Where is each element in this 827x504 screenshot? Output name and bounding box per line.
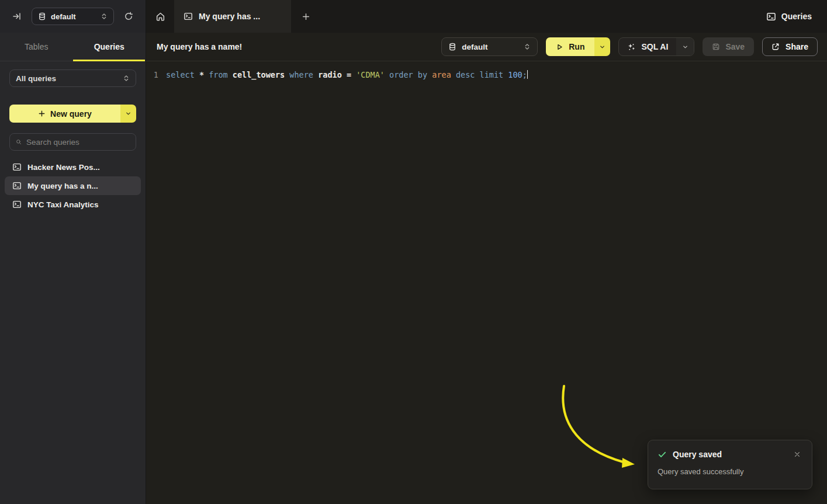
query-item-label: My query has a n... <box>27 182 98 190</box>
chevron-updown-icon <box>101 13 108 20</box>
sparkles-icon <box>627 43 636 51</box>
editor-header: My query has a name! default Run <box>146 33 827 61</box>
topbar: default My query has ... Queries <box>0 0 827 33</box>
queries-indicator-label: Queries <box>781 12 812 21</box>
collapse-sidebar-button[interactable] <box>8 8 26 25</box>
query-terminal-icon <box>12 162 22 172</box>
sidebar-tabs: Tables Queries <box>0 33 146 61</box>
query-terminal-icon <box>12 181 22 190</box>
sql-token-number: 100 <box>508 70 522 79</box>
run-split-button: Run <box>546 37 610 56</box>
query-filter-value: All queries <box>16 74 123 83</box>
sql-token-string: 'CDMA' <box>356 70 389 79</box>
check-icon <box>658 450 667 459</box>
sql-token-operator: * <box>199 70 209 79</box>
sql-ai-button[interactable]: SQL AI <box>619 38 676 55</box>
query-item-label: Hacker News Pos... <box>27 163 100 172</box>
save-icon <box>712 43 720 51</box>
save-button[interactable]: Save <box>703 37 754 56</box>
sql-editor[interactable]: 1 select * from cell_towers where radio … <box>146 61 827 81</box>
query-list-item-hacker-news[interactable]: Hacker News Pos... <box>5 158 141 176</box>
new-query-dropdown-button[interactable] <box>120 105 136 123</box>
sql-token-keyword: desc limit <box>456 70 508 79</box>
home-button[interactable] <box>146 0 174 33</box>
sql-token-keyword: ; <box>523 70 527 79</box>
editor-controls: default Run SQL AI <box>441 37 818 56</box>
topbar-database-value: default <box>51 12 96 21</box>
toast-query-saved: Query saved Query saved successfully <box>648 440 812 489</box>
refresh-icon <box>124 12 133 21</box>
chevron-down-icon <box>125 110 132 117</box>
play-icon <box>556 43 563 51</box>
toast-title: Query saved <box>673 450 786 459</box>
save-label: Save <box>725 42 745 51</box>
chevron-down-icon <box>682 44 688 50</box>
share-icon <box>771 43 780 51</box>
sql-console-app: default My query has ... Queries <box>0 0 827 504</box>
database-icon <box>448 43 456 51</box>
new-query-button[interactable]: New query <box>9 105 120 123</box>
line-number: 1 <box>146 69 166 81</box>
chevron-down-icon <box>599 44 605 50</box>
query-filter-select[interactable]: All queries <box>9 69 136 87</box>
share-button[interactable]: Share <box>762 37 818 56</box>
new-query-split-button: New query <box>9 105 136 123</box>
new-tab-button[interactable] <box>291 0 320 33</box>
close-icon <box>794 451 801 458</box>
toast-header: Query saved <box>658 449 802 460</box>
sql-statement: select * from cell_towers where radio = … <box>166 69 528 81</box>
editor-database-select[interactable]: default <box>441 37 538 56</box>
query-list-item-my-query[interactable]: My query has a n... <box>5 176 141 195</box>
run-label: Run <box>569 42 584 51</box>
topbar-left: default <box>0 0 146 33</box>
sidebar-body: All queries New query Hacker News <box>0 61 146 214</box>
collapse-sidebar-icon <box>12 12 22 21</box>
sql-ai-label: SQL AI <box>641 42 668 51</box>
sql-token-keyword: select <box>166 70 199 79</box>
sql-ai-split-button: SQL AI <box>618 37 694 56</box>
run-dropdown-button[interactable] <box>594 37 610 56</box>
query-list: Hacker News Pos... My query has a n... N… <box>9 158 136 214</box>
chevron-updown-icon <box>524 43 531 50</box>
code-line-1: 1 select * from cell_towers where radio … <box>146 69 827 81</box>
sidebar: Tables Queries All queries New query <box>0 33 146 504</box>
tab-tables[interactable]: Tables <box>0 33 73 61</box>
query-terminal-icon <box>184 12 193 21</box>
home-icon <box>155 12 165 22</box>
tabstrip: My query has ... <box>146 0 766 33</box>
tab-my-query[interactable]: My query has ... <box>174 0 291 33</box>
query-terminal-icon <box>12 200 22 209</box>
sql-ai-dropdown-button[interactable] <box>676 38 694 55</box>
editor-pane: My query has a name! default Run <box>146 33 827 504</box>
sql-token-operator: = <box>347 70 356 79</box>
query-item-label: NYC Taxi Analytics <box>27 200 99 209</box>
search-icon <box>16 138 22 146</box>
share-label: Share <box>786 42 808 51</box>
editor-database-value: default <box>462 43 518 51</box>
toast-message: Query saved successfully <box>658 467 802 476</box>
new-query-label: New query <box>50 109 92 119</box>
plus-icon <box>38 110 46 117</box>
query-list-item-nyc-taxi[interactable]: NYC Taxi Analytics <box>5 195 141 214</box>
topbar-queries-indicator[interactable]: Queries <box>766 0 827 33</box>
search-queries-box <box>9 133 136 151</box>
toast-close-button[interactable] <box>792 449 802 460</box>
sql-token-identifier: radio <box>318 70 347 79</box>
chevron-updown-icon <box>123 75 130 82</box>
sql-token-identifier: cell_towers <box>233 70 290 79</box>
queries-terminal-icon <box>766 12 776 22</box>
search-queries-input[interactable] <box>26 138 130 147</box>
tab-label: My query has ... <box>199 12 260 21</box>
refresh-button[interactable] <box>120 8 137 25</box>
topbar-database-select[interactable]: default <box>32 8 114 25</box>
sql-token-column: area <box>432 70 456 79</box>
text-cursor <box>527 70 528 79</box>
query-title: My query has a name! <box>157 42 242 51</box>
sql-token-keyword: from <box>209 70 233 79</box>
sql-token-keyword: order by <box>389 70 432 79</box>
run-button[interactable]: Run <box>546 37 594 56</box>
plus-icon <box>302 12 310 21</box>
database-icon <box>38 12 46 20</box>
sql-token-keyword: where <box>289 70 318 79</box>
tab-queries[interactable]: Queries <box>73 33 146 61</box>
